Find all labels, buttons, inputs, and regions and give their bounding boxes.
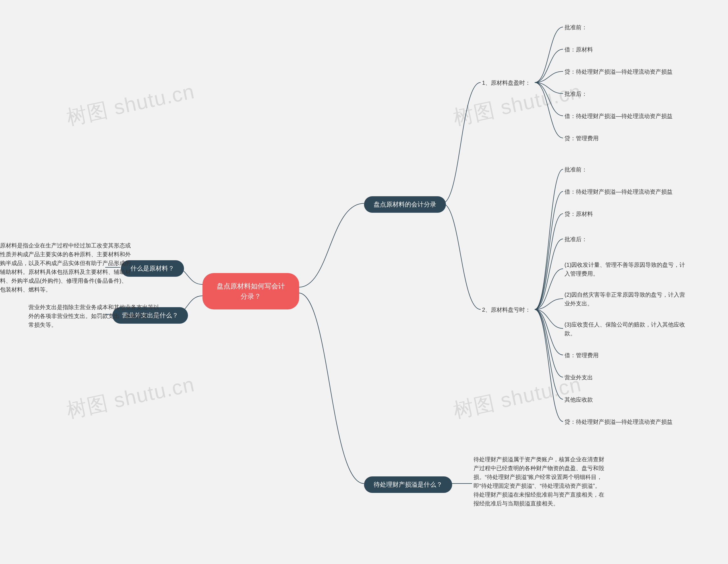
branch-label: 什么是原材料？ bbox=[131, 265, 174, 272]
para-non-operating[interactable]: 营业外支出是指除主营业务成本和其他业务支出等以外的各项非营业性支出。如罚款支出，… bbox=[28, 303, 159, 329]
leaf-text: 批准后： bbox=[564, 236, 587, 242]
leaf-text: (2)因自然灾害等非正常原因导致的盘亏，计入营业外支出。 bbox=[564, 292, 685, 307]
leaf-surplus-1[interactable]: 借：原材料 bbox=[564, 46, 593, 53]
leaf-shortage-8[interactable]: 营业外支出 bbox=[564, 374, 593, 381]
leaf-text: 借：待处理财产损溢—待处理流动资产损益 bbox=[564, 113, 673, 119]
para-raw-material[interactable]: 原材料是指企业在生产过程中经过加工改变其形态或性质并构成产品主要实体的各种原料、… bbox=[0, 241, 131, 294]
branch-pending-loss[interactable]: 待处理财产损溢是什么？ bbox=[364, 476, 452, 493]
leaf-text: 贷：原材料 bbox=[564, 211, 593, 217]
leaf-text: 借：待处理财产损溢—待处理流动资产损益 bbox=[564, 189, 673, 195]
leaf-shortage-10[interactable]: 贷：待处理财产损溢—待处理流动资产损益 bbox=[564, 418, 673, 426]
sub-surplus-title[interactable]: 1、原材料盘盈时： bbox=[482, 79, 531, 87]
sub-label: 1、原材料盘盈时： bbox=[482, 80, 531, 86]
leaf-shortage-1[interactable]: 借：待处理财产损溢—待处理流动资产损益 bbox=[564, 188, 673, 196]
branch-label: 盘点原材料的会计分录 bbox=[374, 201, 436, 208]
watermark: 树图 shutu.cn bbox=[451, 371, 584, 424]
leaf-surplus-5[interactable]: 贷：管理费用 bbox=[564, 135, 599, 142]
para-text: 原材料是指企业在生产过程中经过加工改变其形态或性质并构成产品主要实体的各种原料、… bbox=[0, 242, 131, 293]
root-node[interactable]: 盘点原材料如何写会计分录？ bbox=[202, 273, 299, 309]
leaf-shortage-7[interactable]: 借：管理费用 bbox=[564, 352, 599, 359]
mindmap-canvas: 树图 shutu.cn 树图 shutu.cn 树图 shutu.cn 树图 s… bbox=[0, 0, 728, 564]
leaf-shortage-4[interactable]: (1)因收发计量、管理不善等原因导致的盘亏，计入管理费用。 bbox=[564, 261, 687, 278]
branch-accounting-entries[interactable]: 盘点原材料的会计分录 bbox=[364, 196, 446, 213]
leaf-shortage-5[interactable]: (2)因自然灾害等非正常原因导致的盘亏，计入营业外支出。 bbox=[564, 290, 687, 308]
root-node-label: 盘点原材料如何写会计分录？ bbox=[217, 282, 285, 300]
leaf-shortage-9[interactable]: 其他应收款 bbox=[564, 396, 593, 404]
leaf-text: 营业外支出 bbox=[564, 374, 593, 381]
leaf-surplus-3[interactable]: 批准后： bbox=[564, 90, 587, 98]
leaf-shortage-6[interactable]: (3)应收责任人、保险公司的赔款，计入其他应收款。 bbox=[564, 320, 687, 338]
leaf-surplus-0[interactable]: 批准前： bbox=[564, 24, 587, 31]
para-text: 营业外支出是指除主营业务成本和其他业务支出等以外的各项非营业性支出。如罚款支出，… bbox=[28, 304, 159, 328]
sub-shortage-title[interactable]: 2、原材料盘亏时： bbox=[482, 306, 531, 314]
para-text: 待处理财产损溢属于资产类账户，核算企业在清查财产过程中已经查明的各种财产物资的盘… bbox=[473, 456, 604, 507]
sub-label: 2、原材料盘亏时： bbox=[482, 307, 531, 313]
leaf-shortage-2[interactable]: 贷：原材料 bbox=[564, 210, 593, 218]
watermark: 树图 shutu.cn bbox=[64, 78, 197, 131]
leaf-text: 借：管理费用 bbox=[564, 352, 599, 358]
watermark: 树图 shutu.cn bbox=[64, 371, 197, 424]
leaf-surplus-2[interactable]: 贷：待处理财产损溢—待处理流动资产损益 bbox=[564, 68, 673, 76]
leaf-text: 借：原材料 bbox=[564, 46, 593, 53]
leaf-text: 其他应收款 bbox=[564, 396, 593, 403]
leaf-text: (3)应收责任人、保险公司的赔款，计入其他应收款。 bbox=[564, 321, 685, 336]
leaf-text: 贷：管理费用 bbox=[564, 135, 599, 141]
branch-label: 待处理财产损溢是什么？ bbox=[374, 481, 442, 488]
leaf-text: 贷：待处理财产损溢—待处理流动资产损益 bbox=[564, 419, 673, 425]
leaf-text: 批准后： bbox=[564, 91, 587, 97]
leaf-text: 批准前： bbox=[564, 24, 587, 30]
leaf-shortage-3[interactable]: 批准后： bbox=[564, 235, 587, 243]
para-pending-loss[interactable]: 待处理财产损溢属于资产类账户，核算企业在清查财产过程中已经查明的各种财产物资的盘… bbox=[473, 455, 604, 508]
leaf-text: 批准前： bbox=[564, 166, 587, 173]
leaf-shortage-0[interactable]: 批准前： bbox=[564, 166, 587, 173]
leaf-text: (1)因收发计量、管理不善等原因导致的盘亏，计入管理费用。 bbox=[564, 262, 685, 277]
leaf-text: 贷：待处理财产损溢—待处理流动资产损益 bbox=[564, 69, 673, 75]
leaf-surplus-4[interactable]: 借：待处理财产损溢—待处理流动资产损益 bbox=[564, 112, 673, 120]
